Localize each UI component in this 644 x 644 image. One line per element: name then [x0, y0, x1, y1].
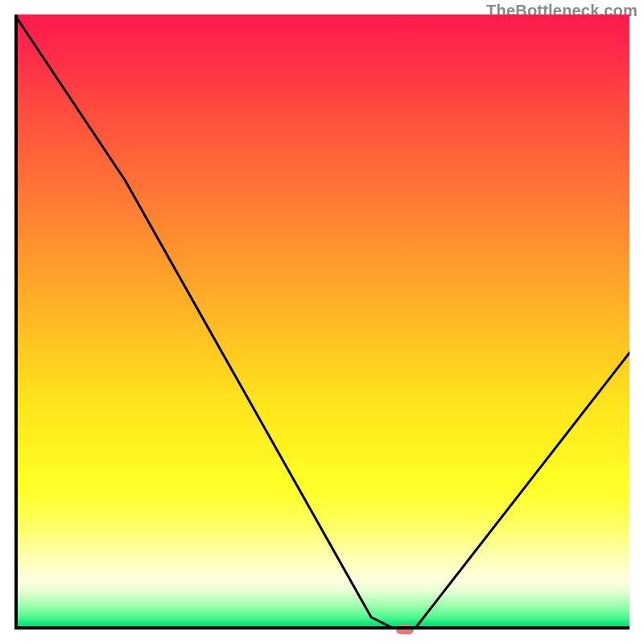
chart-container: TheBottleneck.com — [0, 0, 644, 644]
x-axis — [14, 626, 630, 630]
gradient-background — [14, 14, 630, 630]
plot-area — [14, 14, 630, 630]
y-axis — [14, 14, 18, 630]
